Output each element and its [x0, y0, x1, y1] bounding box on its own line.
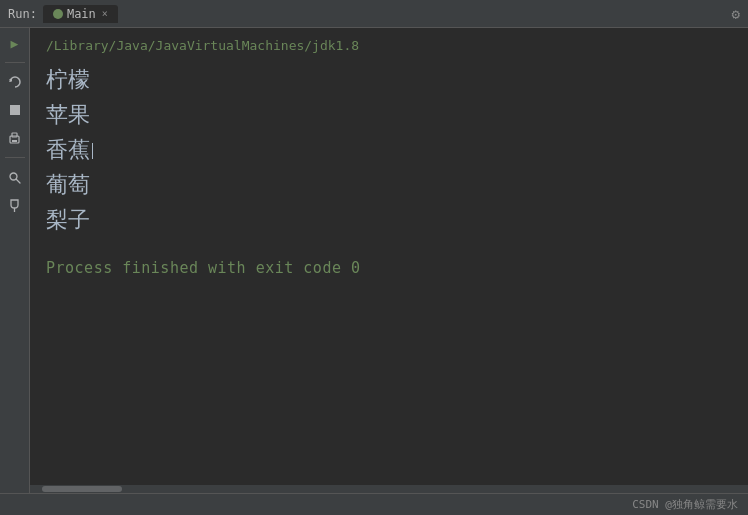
svg-point-5	[10, 173, 17, 180]
main-tab[interactable]: Main ×	[43, 5, 118, 23]
console-output: /Library/Java/JavaVirtualMachines/jdk1.8…	[30, 28, 748, 485]
pin-button[interactable]	[4, 194, 26, 216]
svg-rect-4	[12, 140, 17, 142]
scrollbar-thumb[interactable]	[42, 486, 122, 492]
settings-icon[interactable]: ⚙	[732, 6, 740, 22]
path-line: /Library/Java/JavaVirtualMachines/jdk1.8	[46, 32, 736, 62]
run-label: Run:	[8, 7, 37, 21]
search-button[interactable]	[4, 166, 26, 188]
toolbar-divider-2	[5, 157, 25, 158]
output-item-5: 梨子	[46, 202, 736, 237]
credit-text: CSDN @独角鲸需要水	[632, 497, 738, 512]
print-button[interactable]	[4, 127, 26, 149]
status-bar: CSDN @独角鲸需要水	[0, 493, 748, 515]
svg-rect-1	[10, 105, 20, 115]
left-toolbar: ▶	[0, 28, 30, 493]
stop-button[interactable]	[4, 99, 26, 121]
output-item-4: 葡萄	[46, 167, 736, 202]
horizontal-scrollbar[interactable]	[30, 485, 748, 493]
svg-line-6	[17, 179, 21, 183]
tab-close-button[interactable]: ×	[102, 8, 108, 19]
output-item-3: 香蕉	[46, 132, 736, 167]
console-area[interactable]: /Library/Java/JavaVirtualMachines/jdk1.8…	[30, 28, 748, 493]
cursor	[92, 143, 93, 159]
rerun-button[interactable]	[4, 71, 26, 93]
play-button[interactable]: ▶	[4, 32, 26, 54]
tab-icon	[53, 9, 63, 19]
top-bar: Run: Main × ⚙	[0, 0, 748, 28]
main-area: ▶	[0, 28, 748, 493]
top-bar-right: ⚙	[732, 6, 740, 22]
output-item-1: 柠檬	[46, 62, 736, 97]
toolbar-divider-1	[5, 62, 25, 63]
tab-label: Main	[67, 7, 96, 21]
process-line: Process finished with exit code 0	[46, 257, 736, 280]
output-item-2: 苹果	[46, 97, 736, 132]
